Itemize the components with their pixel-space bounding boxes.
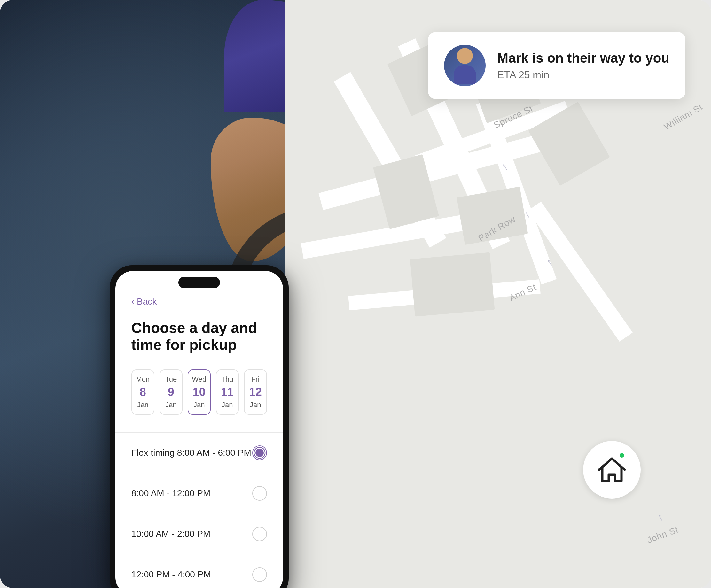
date-day-label: Fri: [248, 375, 263, 384]
driver-avatar: [444, 45, 486, 86]
back-button[interactable]: ‹ Back: [131, 297, 267, 307]
radio-button[interactable]: [252, 486, 267, 501]
phone-frame: ‹ Back Choose a day and time for pickup …: [110, 265, 289, 588]
date-month-label: Jan: [248, 401, 263, 409]
back-button-label: Back: [137, 297, 157, 307]
time-options-list: Flex timing 8:00 AM - 6:00 PM 8:00 AM - …: [131, 432, 267, 588]
driver-notification-card: Mark is on their way to you ETA 25 min: [428, 32, 685, 99]
notification-subtitle: ETA 25 min: [497, 69, 669, 81]
home-active-dot: [620, 453, 624, 458]
phone-mockup: ‹ Back Choose a day and time for pickup …: [110, 265, 289, 588]
date-month-label: Jan: [135, 401, 151, 409]
time-option-flex[interactable]: Flex timing 8:00 AM - 6:00 PM: [131, 433, 267, 473]
page-title: Choose a day and time for pickup: [131, 320, 267, 353]
time-option-8am[interactable]: 8:00 AM - 12:00 PM: [131, 473, 267, 514]
notification-text: Mark is on their way to you ETA 25 min: [497, 50, 669, 81]
date-number: 8: [135, 385, 151, 399]
date-day-label: Thu: [220, 375, 235, 384]
date-number: 12: [248, 385, 263, 399]
date-day-label: Wed: [192, 375, 207, 384]
notification-title: Mark is on their way to you: [497, 50, 669, 66]
radio-button[interactable]: [252, 527, 267, 541]
date-number: 10: [192, 385, 207, 399]
time-option-label: 10:00 AM - 2:00 PM: [131, 529, 210, 539]
date-item-wed[interactable]: Wed 10 Jan: [188, 369, 211, 415]
phone-screen: ‹ Back Choose a day and time for pickup …: [115, 271, 283, 588]
radio-button[interactable]: [252, 567, 267, 582]
date-month-label: Jan: [164, 401, 179, 409]
date-day-label: Mon: [135, 375, 151, 384]
time-option-label: Flex timing 8:00 AM - 6:00 PM: [131, 448, 251, 458]
date-month-label: Jan: [192, 401, 207, 409]
home-location-icon: [583, 441, 641, 499]
date-number: 9: [164, 385, 179, 399]
app-container: Gold St William St Spruce St Park Row An…: [0, 0, 711, 588]
date-item-fri[interactable]: Fri 12 Jan: [244, 369, 267, 415]
date-month-label: Jan: [220, 401, 235, 409]
dynamic-island: [178, 277, 220, 288]
date-picker[interactable]: Mon 8 Jan Tue 9 Jan Wed 10 Jan: [131, 369, 267, 415]
time-option-label: 8:00 AM - 12:00 PM: [131, 488, 210, 499]
map-block: [410, 252, 495, 317]
time-option-10am[interactable]: 10:00 AM - 2:00 PM: [131, 514, 267, 554]
date-item-tue[interactable]: Tue 9 Jan: [159, 369, 182, 415]
time-option-12pm[interactable]: 12:00 PM - 4:00 PM: [131, 554, 267, 588]
phone-content: ‹ Back Choose a day and time for pickup …: [115, 271, 283, 588]
date-day-label: Tue: [164, 375, 179, 384]
time-option-label: 12:00 PM - 4:00 PM: [131, 569, 211, 580]
date-number: 11: [220, 385, 235, 399]
date-item-mon[interactable]: Mon 8 Jan: [131, 369, 154, 415]
back-arrow-icon: ‹: [131, 297, 134, 307]
radio-button-selected[interactable]: [252, 445, 267, 460]
date-item-thu[interactable]: Thu 11 Jan: [216, 369, 239, 415]
